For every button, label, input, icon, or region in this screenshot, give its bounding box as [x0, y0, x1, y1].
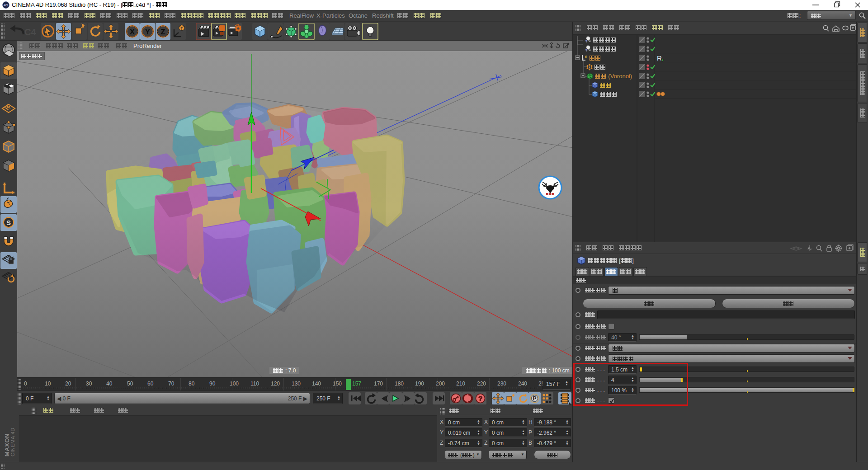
- svg-text:R: R: [657, 54, 662, 62]
- svg-text:X: X: [130, 28, 135, 36]
- svg-text:4D: 4D: [4, 3, 8, 7]
- svg-text:?: ?: [478, 395, 482, 402]
- svg-text:Z: Z: [160, 28, 165, 36]
- svg-text:S: S: [6, 219, 11, 226]
- svg-text:0: 0: [585, 55, 587, 59]
- svg-text:P: P: [533, 395, 536, 402]
- svg-text:C4: C4: [24, 27, 36, 37]
- svg-text:Y: Y: [145, 28, 151, 36]
